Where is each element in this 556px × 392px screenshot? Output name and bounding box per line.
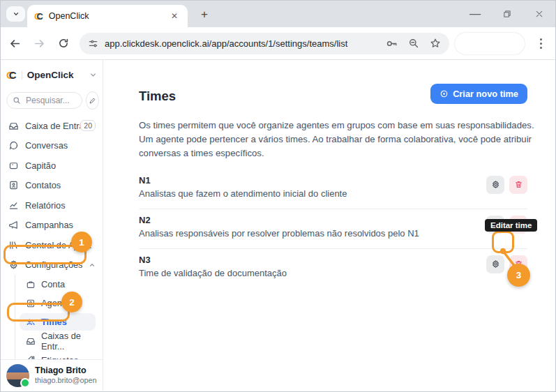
url-text[interactable]: app.clickdesk.openclick.ai/app/accounts/…	[105, 38, 386, 49]
search-input[interactable]	[24, 95, 76, 106]
extension-chip[interactable]	[455, 33, 525, 54]
delete-team-button[interactable]	[509, 176, 527, 194]
browser-window: CC OpenClick ✕ + — app	[0, 0, 556, 392]
password-key-icon[interactable]	[386, 38, 398, 50]
chevron-down-icon	[13, 10, 20, 17]
team-name: N3	[139, 255, 486, 266]
sidebar: CC OpenClick	[1, 60, 103, 391]
delete-team-button[interactable]	[509, 255, 527, 273]
browser-toolbar: app.clickdesk.openclick.ai/app/accounts/…	[1, 27, 555, 60]
close-window-button[interactable]	[523, 1, 555, 27]
user-name: Thiago Brito	[35, 365, 97, 376]
divider	[22, 70, 22, 80]
trash-icon	[514, 259, 523, 269]
page-title: Times	[139, 89, 176, 104]
zoom-out-icon[interactable]	[408, 38, 419, 49]
main-content: Times Criar novo time Os times permitem …	[103, 60, 555, 391]
team-description: Analisas responsáveis por resolver probl…	[139, 228, 486, 239]
trash-icon	[514, 220, 523, 229]
forward-arrow-icon	[33, 38, 45, 50]
agent-badge-icon	[25, 299, 36, 308]
briefcase-icon	[25, 280, 36, 289]
team-name: N1	[139, 175, 486, 186]
sidebar-item-settings[interactable]: Configurações	[1, 255, 103, 276]
window-controls: —	[459, 1, 555, 27]
minimize-button[interactable]: —	[459, 1, 491, 27]
tab-title: OpenClick	[49, 11, 168, 21]
search-field[interactable]	[6, 92, 82, 109]
new-tab-button[interactable]: +	[196, 6, 213, 23]
sidebar-item-contacts[interactable]: Contatos	[1, 176, 103, 196]
inbox-count-badge: 20	[80, 120, 96, 131]
openclick-favicon-icon: CC	[34, 12, 43, 21]
online-status-dot	[20, 378, 30, 388]
chart-line-icon	[8, 200, 19, 211]
contact-card-icon	[8, 180, 19, 190]
back-arrow-icon	[9, 38, 21, 50]
edit-team-button[interactable]	[486, 176, 504, 194]
sidebar-item-captain[interactable]: Capitão	[1, 156, 103, 176]
gear-icon	[491, 259, 500, 269]
megaphone-icon	[8, 220, 19, 230]
url-bar[interactable]: app.clickdesk.openclick.ai/app/accounts/…	[80, 33, 449, 54]
workspace-header[interactable]: CC OpenClick	[1, 60, 103, 85]
delete-team-button[interactable]	[509, 216, 527, 234]
chevron-up-icon	[89, 262, 96, 269]
sidebar-item-conversations[interactable]: Conversas	[1, 136, 103, 156]
app-area: CC OpenClick	[1, 60, 555, 391]
sidebar-item-inbox[interactable]: Caixa de Entrada 20	[1, 116, 103, 136]
sidebar-item-inboxes[interactable]: Caixas de Entr...	[15, 332, 103, 351]
sidebar-nav: Caixa de Entrada 20 Conversas Capitão Co…	[1, 116, 103, 370]
team-row-n3: N3 Time de validação de documentação	[139, 249, 527, 288]
pencil-icon	[89, 97, 96, 105]
browser-tab[interactable]: CC OpenClick ✕	[27, 5, 188, 27]
close-icon	[535, 10, 543, 18]
circle-dot-icon	[439, 89, 449, 98]
create-team-button[interactable]: Criar novo time	[430, 84, 527, 104]
page-header: Times Criar novo time	[139, 84, 527, 113]
sidebar-item-agents[interactable]: Agentes	[15, 294, 103, 312]
team-description: Time de validação de documentação	[139, 268, 486, 279]
sidebar-item-reports[interactable]: Relatórios	[1, 195, 103, 216]
team-name: N2	[139, 215, 486, 226]
compose-button[interactable]	[86, 91, 99, 110]
team-description: Analistas que fazem o atendimento inicia…	[139, 188, 486, 199]
search-icon	[13, 96, 21, 105]
sidebar-item-campaigns[interactable]: Campanhas	[1, 216, 103, 236]
people-icon	[25, 317, 36, 327]
restore-button[interactable]	[491, 1, 523, 27]
sidebar-item-account[interactable]: Conta	[15, 275, 103, 294]
edit-team-button-n3[interactable]	[486, 255, 504, 273]
team-row-n2: N2 Analisas responsáveis por resolver pr…	[139, 209, 527, 249]
browser-titlebar: CC OpenClick ✕ + —	[1, 1, 555, 27]
gear-icon	[491, 220, 500, 229]
edit-team-button[interactable]	[486, 216, 504, 234]
forward-button[interactable]	[29, 33, 50, 54]
openclick-logo-icon: CC	[6, 70, 17, 80]
user-profile[interactable]: Thiago Brito thiago.brito@openclick...	[1, 359, 103, 391]
trash-icon	[514, 180, 523, 189]
sidebar-search-row	[1, 85, 103, 110]
tab-close-icon[interactable]: ✕	[168, 10, 181, 22]
chevron-down-icon[interactable]	[89, 71, 97, 79]
sidebar-item-help-center[interactable]: Central de Ajuda	[1, 235, 103, 255]
bookmark-star-icon[interactable]	[430, 38, 441, 49]
browser-menu-button[interactable]	[533, 33, 548, 54]
library-books-icon	[8, 240, 19, 250]
reload-icon	[58, 38, 69, 49]
inbox-icon	[25, 336, 36, 346]
sidebar-item-teams[interactable]: Times	[15, 312, 103, 331]
settings-subnav: Conta Agentes Times Caixas de Entr...	[15, 275, 103, 370]
back-button[interactable]	[4, 33, 25, 54]
inbox-icon	[8, 121, 19, 131]
user-email: thiago.brito@openclick...	[35, 376, 97, 385]
gear-icon	[491, 180, 500, 189]
chat-bubble-icon	[8, 140, 19, 151]
avatar	[6, 364, 29, 387]
restore-icon	[503, 10, 511, 18]
robot-icon	[8, 160, 19, 171]
page-description: Os times permitem que você organize agen…	[139, 119, 535, 160]
reload-button[interactable]	[53, 33, 74, 54]
site-settings-icon[interactable]	[88, 38, 98, 49]
tab-search-button[interactable]	[6, 6, 25, 22]
